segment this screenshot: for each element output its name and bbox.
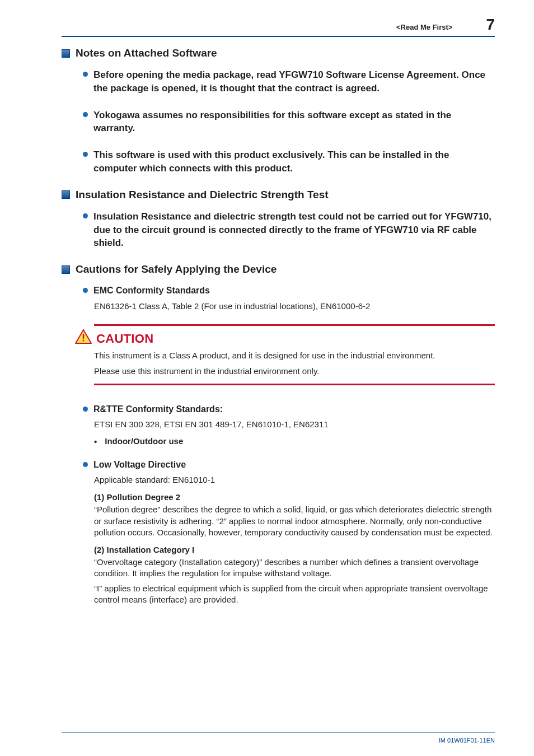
lvd-p2-t1: “Overvoltage category (Installation cate… — [94, 557, 495, 580]
caution-header: CAUTION — [94, 329, 495, 346]
square-bullet-icon — [62, 190, 70, 199]
rtte-heading: R&TTE Conformity Standards: — [93, 403, 223, 416]
rtte-heading-block: R&TTE Conformity Standards: — [83, 403, 495, 416]
bullet-text: Yokogawa assumes no responsibilities for… — [93, 109, 495, 136]
dot-icon — [83, 288, 88, 293]
emc-heading: EMC Conformity Standards — [93, 284, 210, 297]
dot-icon — [83, 407, 88, 412]
section-software: Notes on Attached Software Before openin… — [62, 47, 495, 175]
footer-rule — [62, 732, 495, 732]
caution-rule-bottom — [94, 384, 495, 385]
emc-heading-block: EMC Conformity Standards — [83, 284, 495, 297]
section-cautions: Cautions for Safely Applying the Device … — [62, 263, 495, 605]
lvd-p1-num: (1) Pollution Degree 2 — [94, 492, 495, 502]
caution-line-1: This instrument is a Class A product, an… — [94, 349, 495, 362]
lvd-body-block: Applicable standard: EN61010-1 (1) Pollu… — [94, 474, 495, 605]
dot-icon — [83, 112, 88, 117]
section-title: Insulation Resistance and Dielectric Str… — [76, 189, 329, 201]
rtte-body: ETSI EN 300 328, ETSI EN 301 489-17, EN6… — [94, 419, 495, 430]
lvd-heading: Low Voltage Directive — [93, 459, 186, 471]
lvd-p2-t2: “I” applies to electrical equipment whic… — [94, 583, 495, 606]
bullet-text: Insulation Resistance and dielectric str… — [93, 210, 495, 250]
section-title: Cautions for Safely Applying the Device — [76, 263, 277, 276]
bullet-dot-icon: • — [94, 437, 97, 446]
bullet-text: This software is used with this product … — [93, 148, 495, 175]
bullet-item: This software is used with this product … — [83, 148, 495, 175]
heading-row: Cautions for Safely Applying the Device — [62, 263, 495, 276]
bullet-item: Insulation Resistance and dielectric str… — [83, 210, 495, 250]
section-title: Notes on Attached Software — [76, 47, 217, 59]
rtte-body-block: ETSI EN 300 328, ETSI EN 301 489-17, EN6… — [94, 419, 495, 447]
page-header: <Read Me First> 7 — [62, 16, 495, 37]
caution-label: CAUTION — [96, 332, 153, 346]
lvd-heading-block: Low Voltage Directive — [83, 459, 495, 471]
footer-docnum: IM 01W01F01-11EN — [439, 737, 495, 744]
heading-row: Insulation Resistance and Dielectric Str… — [62, 189, 495, 201]
svg-rect-2 — [83, 339, 84, 341]
lvd-standard: Applicable standard: EN61010-1 — [94, 474, 495, 486]
svg-rect-1 — [83, 334, 84, 338]
warning-triangle-icon — [75, 329, 92, 344]
breadcrumb: <Read Me First> — [396, 23, 452, 31]
caution-rule-top — [94, 324, 495, 326]
lvd-p1-text: “Pollution degree” describes the degree … — [94, 504, 495, 538]
section-insulation: Insulation Resistance and Dielectric Str… — [62, 189, 495, 250]
square-bullet-icon — [62, 265, 70, 274]
rtte-sub: Indoor/Outdoor use — [105, 436, 183, 447]
caution-line-2: Please use this instrument in the indust… — [94, 365, 495, 378]
caution-block: CAUTION This instrument is a Class A pro… — [62, 324, 495, 385]
dot-icon — [83, 213, 88, 218]
dot-icon — [83, 72, 88, 77]
bullet-text: Before opening the media package, read Y… — [93, 68, 495, 95]
rtte-sub-row: • Indoor/Outdoor use — [94, 436, 495, 447]
emc-standards-text: EN61326-1 Class A, Table 2 (For use in i… — [94, 301, 495, 312]
dot-icon — [83, 462, 88, 467]
bullet-item: Before opening the media package, read Y… — [83, 68, 495, 95]
square-bullet-icon — [62, 49, 70, 58]
bullet-item: Yokogawa assumes no responsibilities for… — [83, 109, 495, 136]
emc-body: EN61326-1 Class A, Table 2 (For use in i… — [94, 301, 495, 312]
dot-icon — [83, 152, 88, 157]
page-number: 7 — [486, 16, 495, 34]
heading-row: Notes on Attached Software — [62, 47, 495, 59]
lvd-p2-num: (2) Installation Category I — [94, 545, 495, 554]
